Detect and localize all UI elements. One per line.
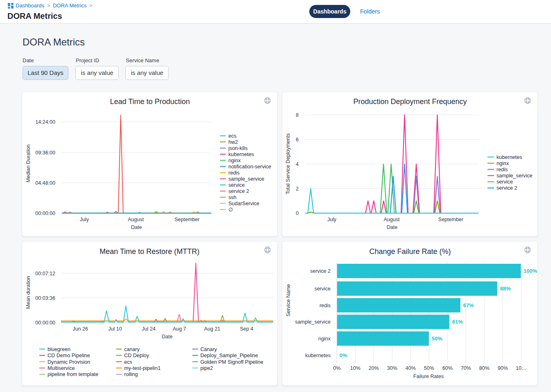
svg-text:pipe2: pipe2	[200, 365, 213, 371]
svg-text:service 2: service 2	[310, 268, 331, 274]
svg-text:sample_service: sample_service	[295, 319, 331, 325]
svg-text:redis: redis	[320, 303, 331, 308]
svg-text:10…: 10…	[516, 365, 526, 371]
svg-text:Jun 26: Jun 26	[73, 326, 88, 332]
svg-text:4: 4	[296, 161, 299, 167]
svg-text:Date: Date	[162, 334, 172, 340]
svg-text:nginx: nginx	[318, 336, 331, 342]
svg-text:20%: 20%	[369, 365, 379, 371]
svg-text:notification-service: notification-service	[229, 164, 271, 170]
svg-text:00:00:00: 00:00:00	[35, 211, 55, 216]
svg-text:2: 2	[296, 186, 299, 192]
svg-text:redis: redis	[229, 170, 240, 176]
svg-text:Jul 24: Jul 24	[142, 326, 155, 332]
svg-text:Production Deployment Frequenc: Production Deployment Frequency	[353, 97, 467, 106]
svg-text:nginx: nginx	[497, 161, 509, 166]
svg-text:0%: 0%	[333, 365, 340, 371]
svg-text:50%: 50%	[432, 335, 442, 342]
svg-text:30%: 30%	[387, 365, 397, 371]
svg-text:hw2: hw2	[229, 139, 238, 145]
svg-text:67%: 67%	[463, 302, 474, 308]
svg-text:70%: 70%	[461, 365, 471, 371]
svg-text:CD Demo Pipeline: CD Demo Pipeline	[48, 353, 90, 358]
svg-text:∅: ∅	[229, 207, 233, 213]
svg-text:Deploy_Sample_Pipeline: Deploy_Sample_Pipeline	[200, 353, 258, 358]
svg-text:August: August	[128, 217, 144, 222]
svg-text:kubernetes: kubernetes	[305, 353, 331, 358]
svg-text:kubernetes: kubernetes	[497, 154, 522, 160]
svg-text:Change Failure Rate (%): Change Failure Rate (%)	[369, 247, 451, 256]
svg-text:SudarService: SudarService	[229, 201, 260, 206]
svg-text:88%: 88%	[500, 286, 511, 292]
svg-text:CD Deploy: CD Deploy	[124, 353, 150, 358]
svg-text:Canary: Canary	[200, 347, 217, 352]
svg-text:00:07:12: 00:07:12	[35, 271, 55, 276]
svg-text:sample_service: sample_service	[497, 173, 533, 179]
svg-text:nginx: nginx	[229, 158, 241, 163]
svg-text:Service Name: Service Name	[286, 284, 291, 316]
svg-text:Mean Time to Restore (MTTR): Mean Time to Restore (MTTR)	[100, 247, 200, 256]
svg-text:my-test-pipelin1: my-test-pipelin1	[124, 365, 161, 371]
svg-text:service 2: service 2	[497, 185, 517, 191]
svg-text:service 2: service 2	[229, 188, 249, 194]
svg-text:Median Duration: Median Duration	[25, 145, 31, 182]
svg-text:July: July	[327, 217, 337, 222]
svg-text:service: service	[497, 179, 513, 185]
svg-text:ssh: ssh	[229, 195, 237, 200]
svg-text:0: 0	[296, 211, 299, 216]
svg-text:redis: redis	[497, 167, 508, 172]
svg-text:61%: 61%	[452, 319, 463, 325]
svg-text:ecs: ecs	[229, 133, 237, 139]
svg-text:September: September	[175, 217, 200, 222]
svg-text:Lead Time to Production: Lead Time to Production	[110, 97, 190, 106]
svg-text:Mean duration: Mean duration	[25, 276, 31, 309]
svg-text:50%: 50%	[424, 365, 434, 371]
svg-text:Total Service Deployments: Total Service Deployments	[285, 133, 291, 194]
svg-text:kubernetes: kubernetes	[229, 152, 254, 157]
svg-text:Jul 10: Jul 10	[108, 326, 122, 332]
svg-text:Golden PM Signoff Pipeline: Golden PM Signoff Pipeline	[200, 359, 263, 365]
svg-text:09:36:00: 09:36:00	[35, 150, 55, 156]
svg-text:Aug 21: Aug 21	[204, 326, 220, 332]
svg-text:canary: canary	[124, 347, 140, 352]
svg-text:service: service	[229, 182, 245, 188]
svg-text:ecs: ecs	[124, 359, 132, 365]
svg-text:6: 6	[296, 137, 299, 143]
svg-text:Aug 7: Aug 7	[173, 326, 186, 332]
svg-text:Date: Date	[131, 224, 142, 230]
svg-text:pipeline from template: pipeline from template	[48, 372, 98, 377]
svg-text:Date: Date	[387, 224, 397, 230]
svg-text:40%: 40%	[406, 365, 416, 371]
svg-text:Dynamic Provision: Dynamic Provision	[48, 359, 90, 365]
svg-text:service: service	[314, 286, 331, 292]
svg-text:sample_service: sample_service	[229, 176, 265, 182]
svg-text:Sep 4: Sep 4	[240, 326, 254, 332]
svg-text:August: August	[384, 217, 400, 222]
svg-text:Failure Rates: Failure Rates	[413, 374, 444, 379]
svg-text:10%: 10%	[350, 365, 361, 371]
svg-text:60%: 60%	[442, 365, 453, 371]
svg-text:September: September	[438, 217, 463, 222]
svg-text:0%: 0%	[340, 352, 347, 358]
svg-text:Multiservice: Multiservice	[48, 365, 75, 371]
svg-text:July: July	[80, 217, 89, 222]
svg-text:8: 8	[296, 112, 299, 118]
svg-text:rolling: rolling	[124, 372, 138, 377]
svg-text:80%: 80%	[479, 365, 490, 371]
svg-text:04:48:00: 04:48:00	[35, 180, 55, 186]
svg-text:14:24:00: 14:24:00	[35, 119, 55, 125]
svg-text:00:03:36: 00:03:36	[35, 295, 55, 301]
svg-text:100%: 100%	[524, 268, 537, 274]
svg-text:bluegreen: bluegreen	[48, 347, 70, 352]
svg-text:90%: 90%	[498, 365, 508, 371]
svg-text:json-k8s: json-k8s	[228, 145, 248, 151]
svg-text:00:00:00: 00:00:00	[35, 320, 55, 326]
